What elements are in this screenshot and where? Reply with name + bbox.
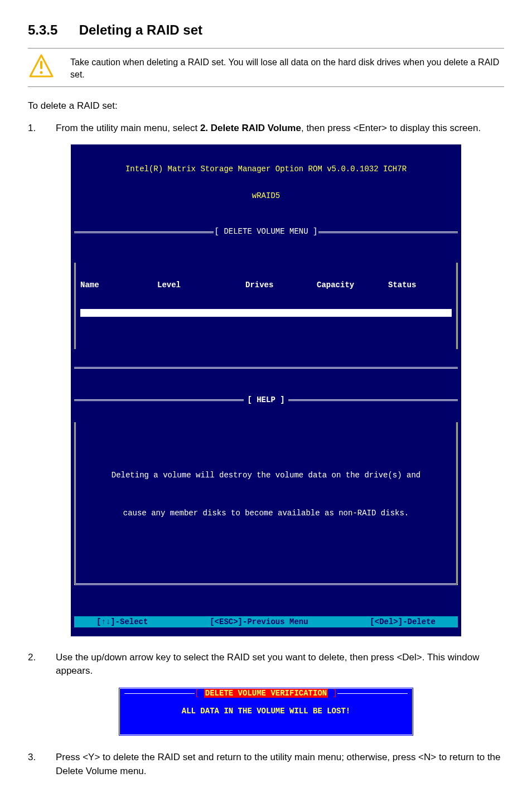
footer-del: [<Del>]-Delete — [370, 617, 436, 626]
dialog-warning-line: ALL DATA IN THE VOLUME WILL BE LOST! — [124, 707, 408, 716]
step-1-bold: 2. Delete RAID Volume — [200, 123, 301, 133]
delete-menu-box: Name Level Drives Capacity Status — [74, 263, 458, 349]
delete-menu-label: DELETE VOLUME MENU — [224, 227, 308, 236]
footer-select: [↑↓]-Select — [96, 617, 148, 626]
step-1-post: , then press <Enter> to display this scr… — [301, 123, 481, 133]
warning-text: Take caution when deleting a RAID set. Y… — [70, 53, 504, 81]
help-label: HELP — [257, 395, 275, 404]
table-header: Name Level Drives Capacity Status — [80, 281, 452, 289]
step-2-text: Use the up/down arrow key to select the … — [56, 651, 504, 678]
help-line-1: Deleting a volume will destroy the volum… — [83, 469, 449, 481]
col-drives: Drives — [245, 281, 307, 289]
col-level: Level — [157, 281, 235, 289]
section-heading: 5.3.5 Deleting a RAID set — [28, 22, 504, 38]
dialog-title-row: [ DELETE VOLUME VERIFICATION ] — [124, 689, 408, 698]
svg-point-1 — [40, 71, 43, 74]
step-1: 1. From the utility main menu, select 2.… — [28, 122, 504, 136]
step-3-text: Press <Y> to delete the RAID set and ret… — [56, 751, 504, 778]
table-selected-row[interactable] — [80, 309, 452, 317]
dialog-title: DELETE VOLUME VERIFICATION — [204, 689, 328, 698]
section-title: Deleting a RAID set — [79, 22, 202, 37]
step-2: 2. Use the up/down arrow key to select t… — [28, 651, 504, 678]
section-number: 5.3.5 — [28, 22, 75, 38]
warning-box: Take caution when deleting a RAID set. Y… — [28, 48, 504, 87]
bios-title-1: Intel(R) Matrix Storage Manager Option R… — [74, 165, 458, 173]
delete-verification-dialog: [ DELETE VOLUME VERIFICATION ] ALL DATA … — [118, 687, 414, 736]
step-number: 1. — [28, 122, 39, 136]
help-frame-top: [ HELP ] — [74, 395, 458, 404]
warning-icon — [28, 53, 55, 82]
svg-rect-0 — [40, 61, 42, 69]
step-1-pre: From the utility main menu, select — [56, 123, 200, 133]
step-number: 3. — [28, 751, 39, 778]
bios-title-2: wRAID5 — [74, 191, 458, 200]
col-status: Status — [388, 281, 416, 289]
col-name: Name — [80, 281, 147, 289]
step-3: 3. Press <Y> to delete the RAID set and … — [28, 751, 504, 778]
bios-footer-bar: [↑↓]-Select [<ESC>]-Previous Menu [<Del>… — [74, 616, 458, 627]
help-body: Deleting a volume will destroy the volum… — [74, 422, 458, 585]
col-capacity: Capacity — [317, 281, 378, 289]
footer-prev: [<ESC>]-Previous Menu — [210, 617, 308, 626]
help-line-2: cause any member disks to become availab… — [83, 507, 449, 519]
step-number: 2. — [28, 651, 39, 678]
delete-menu-frame-top: [ DELETE VOLUME MENU ] — [74, 227, 458, 236]
intro-text: To delete a RAID set: — [28, 100, 504, 112]
bios-screen-delete-volume: Intel(R) Matrix Storage Manager Option R… — [71, 144, 461, 636]
step-1-text: From the utility main menu, select 2. De… — [56, 122, 481, 136]
